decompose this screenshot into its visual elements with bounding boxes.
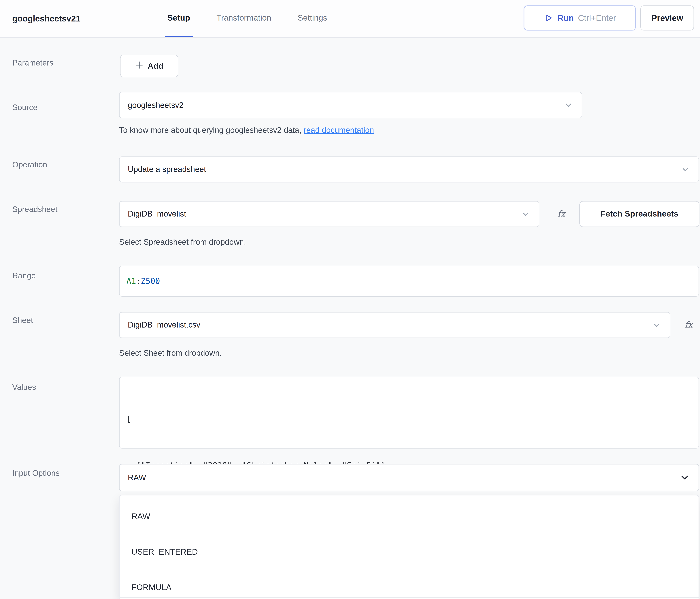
run-label: Run [557, 13, 574, 23]
sheet-help: Select Sheet from dropdown. [119, 348, 222, 358]
tab-bar: Setup Transformation Settings [165, 0, 330, 37]
spreadsheet-select[interactable]: DigiDB_movelist [119, 201, 540, 227]
fx-toggle-icon[interactable]: fx [685, 320, 693, 329]
source-label: Source [12, 103, 38, 113]
tab-settings[interactable]: Settings [295, 0, 330, 37]
input-options-dropdown: RAW USER_ENTERED FORMULA [119, 495, 699, 599]
chevron-down-icon [564, 100, 574, 110]
sheet-select[interactable]: DigiDB_movelist.csv [119, 312, 670, 338]
option-user-entered[interactable]: USER_ENTERED [120, 534, 699, 570]
chevron-down-icon [680, 165, 690, 174]
values-editor[interactable]: [ ["Inception", "2010", "Christopher Nol… [119, 377, 699, 449]
spreadsheet-value: DigiDB_movelist [128, 209, 515, 219]
option-formula[interactable]: FORMULA [120, 570, 699, 599]
play-icon [544, 13, 553, 23]
option-raw[interactable]: RAW [120, 499, 699, 534]
run-shortcut: Ctrl+Enter [578, 13, 616, 23]
input-options-select[interactable]: RAW [119, 464, 699, 491]
operation-label: Operation [12, 160, 47, 170]
values-line: [ [126, 411, 692, 427]
chevron-down-icon [679, 472, 690, 483]
header-actions: Run Ctrl+Enter Preview [524, 5, 694, 30]
source-select[interactable]: googlesheetsv2 [119, 92, 582, 118]
chevron-down-icon [652, 320, 662, 330]
range-input[interactable]: A1:Z500 [119, 266, 699, 297]
values-label: Values [12, 383, 36, 392]
input-options-label: Input Options [12, 469, 60, 478]
operation-value: Update a spreadsheet [128, 165, 675, 174]
plus-icon [135, 61, 143, 71]
source-help: To know more about querying googlesheets… [119, 126, 374, 135]
tab-transformation[interactable]: Transformation [214, 0, 274, 37]
range-label: Range [12, 271, 36, 281]
fx-toggle-icon[interactable]: fx [557, 209, 565, 219]
operation-select[interactable]: Update a spreadsheet [119, 156, 699, 182]
parameters-label: Parameters [12, 58, 53, 68]
range-token-colon: : [136, 277, 141, 286]
range-token-a: A1 [126, 277, 136, 286]
source-value: googlesheetsv2 [128, 100, 558, 110]
source-help-text: To know more about querying googlesheets… [119, 126, 304, 135]
fetch-spreadsheets-button[interactable]: Fetch Spreadsheets [579, 201, 699, 227]
query-title: googlesheetsv21 [12, 0, 81, 37]
run-button[interactable]: Run Ctrl+Enter [524, 5, 636, 30]
tab-setup[interactable]: Setup [165, 0, 193, 37]
input-options-value: RAW [128, 473, 674, 482]
query-editor: googlesheetsv21 Setup Transformation Set… [0, 0, 700, 599]
add-parameter-button[interactable]: Add [120, 55, 178, 77]
chevron-down-icon [521, 209, 531, 219]
sheet-value: DigiDB_movelist.csv [128, 320, 646, 330]
spreadsheet-label: Spreadsheet [12, 205, 57, 214]
preview-button[interactable]: Preview [640, 5, 694, 30]
spreadsheet-help: Select Spreadsheet from dropdown. [119, 238, 246, 247]
sheet-label: Sheet [12, 316, 33, 325]
panel-divider [120, 597, 699, 598]
range-token-b: Z500 [141, 277, 160, 286]
read-documentation-link[interactable]: read documentation [304, 126, 374, 135]
add-label: Add [148, 61, 164, 71]
header: googlesheetsv21 Setup Transformation Set… [0, 0, 700, 38]
